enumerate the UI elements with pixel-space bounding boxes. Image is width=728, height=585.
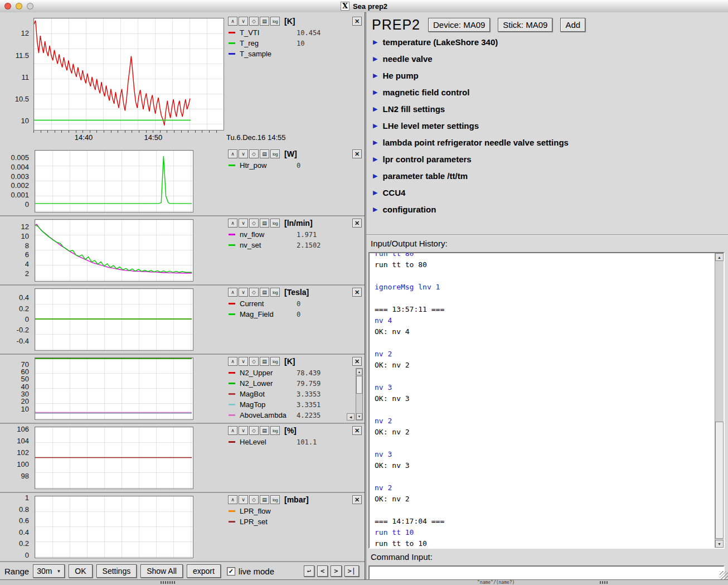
legend-item[interactable]: MagTop3.3351 xyxy=(226,399,355,410)
jump-to-end-button[interactable]: >| xyxy=(344,565,359,577)
autoscale-button[interactable]: ◇ xyxy=(249,426,259,435)
tree-item[interactable]: ▶He pump xyxy=(373,67,722,84)
expand-triangle-icon[interactable]: ▶ xyxy=(373,190,377,196)
scroll-up-button[interactable]: ∧ xyxy=(228,495,237,504)
tree-item[interactable]: ▶parameter table /tt/tm xyxy=(373,167,722,184)
log-scale-button[interactable]: log xyxy=(270,288,280,297)
stick-button[interactable]: Stick: MA09 xyxy=(498,18,552,32)
plot-canvas[interactable] xyxy=(35,427,193,489)
expand-triangle-icon[interactable]: ▶ xyxy=(373,123,377,129)
scroll-up-button[interactable]: ∧ xyxy=(228,219,237,228)
command-input-field[interactable] xyxy=(368,565,725,580)
log-scale-button[interactable]: log xyxy=(270,17,280,26)
legend-item[interactable]: T_VTI10.454 xyxy=(226,27,363,38)
show-all-button[interactable]: Show All xyxy=(140,564,183,578)
plot-canvas[interactable] xyxy=(35,496,193,558)
plot-close-button[interactable]: ✕ xyxy=(352,149,362,158)
expand-triangle-icon[interactable]: ▶ xyxy=(373,106,377,112)
scroll-up-arrow[interactable]: ▲ xyxy=(356,369,362,375)
expand-triangle-icon[interactable]: ▶ xyxy=(373,206,377,212)
legend-item[interactable]: N2_Lower79.759 xyxy=(226,378,355,389)
plot-canvas[interactable] xyxy=(35,150,193,212)
legend-item[interactable]: Mag_Field0 xyxy=(226,309,363,320)
grid-button[interactable]: ▤ xyxy=(260,219,269,228)
add-button[interactable]: Add xyxy=(560,18,585,32)
window-titlebar[interactable]: X Sea prep2 xyxy=(0,0,728,13)
tree-item[interactable]: ▶LHe level meter settings xyxy=(373,117,722,134)
expand-triangle-icon[interactable]: ▶ xyxy=(373,39,377,45)
legend-item[interactable]: HeLevel101.1 xyxy=(226,437,363,447)
log-scale-button[interactable]: log xyxy=(270,426,280,435)
expand-triangle-icon[interactable]: ▶ xyxy=(373,72,377,79)
expand-triangle-icon[interactable]: ▶ xyxy=(373,173,377,179)
live-mode-checkbox[interactable]: ✓ xyxy=(227,567,235,576)
scroll-up-arrow[interactable]: ▲ xyxy=(715,253,724,261)
autoscale-button[interactable]: ◇ xyxy=(249,495,259,504)
autoscale-button[interactable]: ◇ xyxy=(249,149,259,158)
tree-item[interactable]: ▶lambda point refrigerator needle valve … xyxy=(373,134,722,151)
grid-button[interactable]: ▤ xyxy=(260,288,269,297)
plot-canvas[interactable] xyxy=(33,18,224,130)
legend-item[interactable]: LPR_flow xyxy=(226,506,363,516)
scroll-down-button[interactable]: ∨ xyxy=(239,219,248,228)
scroll-down-button[interactable]: ∨ xyxy=(239,495,248,504)
plot-close-button[interactable]: ✕ xyxy=(352,495,362,504)
plot-canvas[interactable] xyxy=(35,288,193,351)
window-zoom-button[interactable] xyxy=(27,3,33,9)
reset-view-button[interactable]: ↩ xyxy=(304,565,314,577)
legend-item[interactable]: nv_flow1.971 xyxy=(226,229,363,240)
legend-item[interactable]: N2_Upper78.439 xyxy=(226,368,355,378)
device-button[interactable]: Device: MA09 xyxy=(428,18,490,32)
legend-item[interactable]: AboveLambda4.2235 xyxy=(226,410,355,420)
plot-close-button[interactable]: ✕ xyxy=(352,288,362,297)
tree-item[interactable]: ▶configuration xyxy=(373,201,722,217)
scroll-thumb[interactable] xyxy=(356,376,362,394)
window-close-button[interactable] xyxy=(4,3,11,9)
grid-button[interactable]: ▤ xyxy=(260,426,269,435)
history-scrollbar[interactable]: ▲ ▼ xyxy=(715,253,724,548)
grid-button[interactable]: ▤ xyxy=(260,17,269,26)
log-scale-button[interactable]: log xyxy=(270,219,280,228)
plot-canvas[interactable] xyxy=(35,357,193,420)
tree-item[interactable]: ▶temperature (LakeShore 340) xyxy=(373,33,722,50)
autoscale-button[interactable]: ◇ xyxy=(249,17,259,26)
scroll-thumb[interactable] xyxy=(715,422,724,539)
plot-close-button[interactable]: ✕ xyxy=(352,426,362,435)
tree-item[interactable]: ▶needle valve xyxy=(373,50,722,67)
autoscale-button[interactable]: ◇ xyxy=(249,219,259,228)
plot-close-button[interactable]: ✕ xyxy=(352,17,362,26)
legend-item[interactable]: T_reg10 xyxy=(226,38,363,49)
window-resize-grip[interactable] xyxy=(720,571,728,579)
plot-canvas[interactable] xyxy=(35,219,193,282)
log-scale-button[interactable]: log xyxy=(270,495,280,504)
plot-close-button[interactable]: ✕ xyxy=(352,357,362,366)
autoscale-button[interactable]: ◇ xyxy=(249,357,259,366)
scroll-up-button[interactable]: ∧ xyxy=(228,357,237,366)
legend-vertical-scrollbar[interactable]: ▲ ▼ xyxy=(356,368,363,420)
tree-item[interactable]: ▶LN2 fill settings xyxy=(373,100,722,117)
step-forward-button[interactable]: > xyxy=(331,565,341,577)
expand-triangle-icon[interactable]: ▶ xyxy=(373,89,377,95)
grid-button[interactable]: ▤ xyxy=(260,495,269,504)
scroll-down-arrow[interactable]: ▼ xyxy=(356,413,362,420)
grid-button[interactable]: ▤ xyxy=(260,357,269,366)
scroll-down-button[interactable]: ∨ xyxy=(239,17,248,26)
scroll-down-button[interactable]: ∨ xyxy=(239,149,248,158)
scroll-down-button[interactable]: ∨ xyxy=(239,357,248,366)
scroll-down-button[interactable]: ∨ xyxy=(239,426,248,435)
legend-item[interactable]: Htr_pow0 xyxy=(226,160,363,171)
export-button[interactable]: export xyxy=(187,564,221,578)
scroll-up-button[interactable]: ∧ xyxy=(228,149,237,158)
expand-triangle-icon[interactable]: ▶ xyxy=(373,156,377,162)
ok-button[interactable]: OK xyxy=(69,564,92,578)
legend-item[interactable]: nv_set2.1502 xyxy=(226,240,363,250)
scroll-up-button[interactable]: ∧ xyxy=(228,288,237,297)
plot-close-button[interactable]: ✕ xyxy=(352,219,362,228)
range-select[interactable]: 30m ▼ xyxy=(33,564,65,578)
expand-triangle-icon[interactable]: ▶ xyxy=(373,56,377,62)
expand-triangle-icon[interactable]: ▶ xyxy=(373,139,377,146)
step-back-button[interactable]: < xyxy=(317,565,328,577)
scroll-up-button[interactable]: ∧ xyxy=(228,426,237,435)
window-minimize-button[interactable] xyxy=(16,3,22,9)
tree-item[interactable]: ▶CCU4 xyxy=(373,184,722,201)
